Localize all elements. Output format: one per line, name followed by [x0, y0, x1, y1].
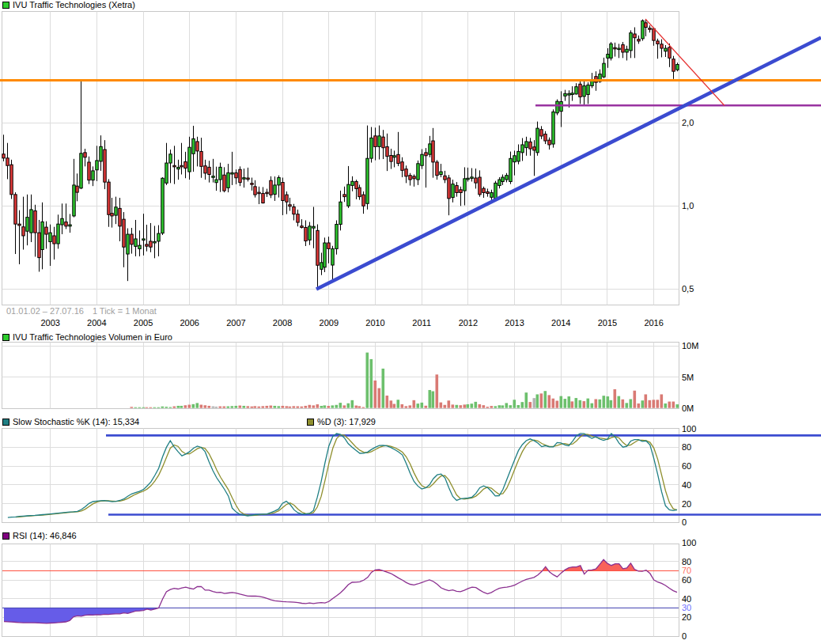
volume-bar [579, 400, 582, 408]
year-label: 2015 [598, 318, 617, 328]
candle-body [111, 214, 113, 216]
candle [239, 166, 241, 186]
candle-body [397, 154, 399, 163]
candle-body [571, 93, 573, 95]
candle-body [429, 144, 431, 154]
candle [676, 63, 679, 71]
candle [88, 157, 90, 184]
candle-body [456, 186, 458, 193]
candle-body [323, 243, 326, 267]
candle [548, 138, 550, 150]
volume-bar [571, 401, 574, 407]
candle-body [343, 195, 346, 197]
volume-bar [548, 395, 551, 407]
price-overlay-uptrend[interactable] [316, 38, 821, 290]
candle [146, 225, 148, 252]
candle [184, 152, 187, 178]
volume-bar [142, 407, 146, 408]
volume-bar [274, 406, 277, 408]
candle [603, 58, 605, 78]
candle [649, 25, 651, 32]
candle-body [239, 169, 241, 182]
volume-bar [456, 405, 459, 408]
year-label: 2012 [459, 318, 478, 328]
candle-body [196, 142, 199, 151]
candle-body [301, 226, 303, 228]
candle-body [498, 180, 501, 185]
candle [517, 145, 520, 165]
candle [529, 138, 532, 155]
candle-body [544, 134, 547, 141]
candle-body [467, 178, 469, 180]
candle-body [254, 187, 256, 195]
candle [69, 214, 71, 233]
candle-body [258, 192, 260, 194]
candle-body [440, 172, 442, 174]
candle [161, 177, 164, 235]
candle [41, 203, 44, 270]
candle-body [630, 33, 632, 51]
candle-body [552, 112, 554, 144]
candle [196, 137, 199, 167]
candle-body [14, 195, 17, 224]
volume-bar [397, 400, 400, 407]
candle-body [638, 40, 640, 41]
price-overlay-downtrend[interactable] [645, 19, 725, 106]
candle-body [227, 172, 229, 188]
stoch-panel-border [2, 429, 679, 523]
candle [358, 184, 361, 199]
volume-bar [138, 407, 142, 408]
candle-body [45, 227, 47, 234]
candle-body [119, 208, 121, 225]
candle-body [482, 188, 485, 192]
volume-bar [188, 405, 191, 408]
candle [429, 136, 431, 157]
candle [405, 165, 407, 183]
volume-bar [517, 405, 520, 408]
candle-body [591, 81, 593, 86]
candle [390, 149, 392, 169]
volume-bar [343, 405, 346, 407]
volume-bar [374, 381, 377, 408]
candle-body [142, 239, 145, 241]
candle [212, 159, 214, 183]
candle [660, 40, 663, 58]
candle-body [536, 128, 539, 153]
legend-stochastic-k: Slow Stochastic %K (14): 15,334 [2, 418, 139, 426]
volume-bar [672, 402, 675, 408]
volume-bar [219, 407, 222, 408]
volume-bars [131, 353, 679, 408]
volume-bar [583, 401, 586, 408]
volume-bar [227, 407, 230, 408]
candle [65, 203, 67, 229]
rsi-axis-label: 40 [682, 594, 691, 604]
volume-bar [448, 400, 451, 407]
candle [254, 180, 256, 198]
candle-body [204, 166, 206, 173]
volume-bar [614, 389, 617, 408]
candle-body [672, 59, 675, 71]
volume-bar [192, 404, 195, 408]
volume-bar [556, 401, 559, 408]
candle [57, 214, 59, 248]
candle-body [460, 190, 462, 193]
candle [297, 210, 299, 226]
candle-body [358, 188, 361, 196]
stoch-axis-label: 40 [682, 480, 691, 490]
legend-volume-label: IVU Traffic Technologies Volumen in Euro [13, 333, 172, 342]
volume-bar [301, 407, 304, 408]
candle-body [215, 180, 218, 183]
volume-bar [165, 407, 168, 408]
volume-bar [494, 406, 498, 407]
candle-body [278, 178, 280, 185]
candle [393, 150, 395, 167]
candle-body [100, 146, 102, 161]
volume-bar [513, 400, 516, 407]
candle [560, 91, 562, 127]
candle-body [184, 161, 187, 168]
volume-bar [587, 399, 590, 408]
volume-bar [475, 402, 478, 408]
candle [123, 212, 125, 267]
candle [76, 173, 78, 201]
candle [467, 168, 469, 182]
